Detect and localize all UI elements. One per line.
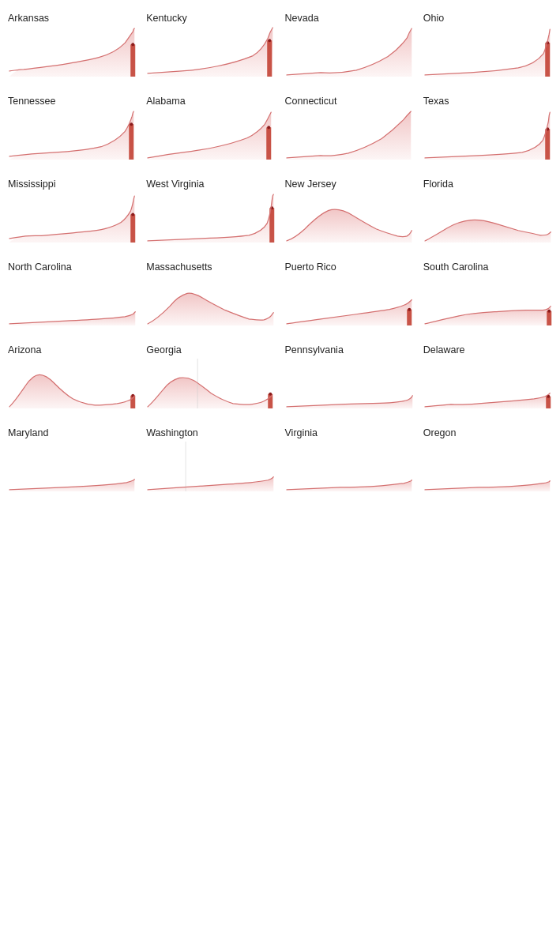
state-label: Washington <box>146 427 275 438</box>
state-cell: Puerto Rico <box>280 255 419 338</box>
state-cell: Washington <box>141 421 280 504</box>
svg-rect-10 <box>545 129 550 160</box>
svg-point-19 <box>547 310 551 313</box>
chart-area <box>423 110 552 161</box>
sparkline-svg <box>146 442 275 493</box>
state-label: Ohio <box>423 13 552 24</box>
state-cell: Ohio <box>419 6 557 89</box>
svg-rect-0 <box>130 44 135 77</box>
state-label: Delaware <box>423 344 552 356</box>
sparkline-svg <box>8 193 137 244</box>
state-cell: Massachusetts <box>141 255 280 338</box>
sparkline-svg <box>146 110 275 161</box>
state-label: South Carolina <box>423 261 552 273</box>
svg-point-13 <box>131 213 134 216</box>
chart-area <box>8 359 137 410</box>
state-cell: Arizona <box>3 338 141 421</box>
sparkline-svg <box>423 27 552 78</box>
state-label: Oregon <box>423 427 552 438</box>
sparkline-svg <box>423 193 552 244</box>
sparkline-svg <box>285 193 414 244</box>
sparkline-svg <box>285 442 414 493</box>
state-label: Texas <box>423 96 552 107</box>
state-cell: Delaware <box>419 338 557 421</box>
chart-area <box>423 193 552 244</box>
state-label: Arizona <box>8 344 137 356</box>
chart-area <box>423 442 552 493</box>
sparkline-svg <box>423 359 552 410</box>
sparkline-svg <box>285 276 414 327</box>
sparkline-svg <box>285 110 414 161</box>
chart-area <box>146 276 275 327</box>
state-cell: Mississippi <box>3 172 141 255</box>
state-label: Florida <box>423 179 552 190</box>
state-label: Massachusetts <box>146 261 275 273</box>
sparkline-svg <box>146 359 275 410</box>
sparkline-svg <box>8 276 137 327</box>
svg-rect-6 <box>129 124 133 160</box>
svg-rect-2 <box>267 40 272 77</box>
state-cell: Nevada <box>280 6 419 89</box>
state-label: Georgia <box>146 344 275 356</box>
state-cell: South Carolina <box>419 255 557 338</box>
svg-rect-16 <box>407 310 412 325</box>
sparkline-svg <box>423 276 552 327</box>
state-cell: West Virginia <box>141 172 280 255</box>
svg-point-3 <box>268 39 271 42</box>
chart-area <box>285 193 414 244</box>
state-cell: Oregon <box>419 421 557 504</box>
state-label: Pennsylvania <box>285 344 414 356</box>
state-label: Virginia <box>285 427 414 438</box>
chart-area <box>285 276 414 327</box>
sparkline-svg <box>146 27 275 78</box>
state-grid: Arkansas Kentucky Nevada <box>0 0 560 510</box>
svg-point-9 <box>267 126 270 129</box>
chart-area <box>423 359 552 410</box>
chart-area <box>423 27 552 78</box>
chart-area <box>285 110 414 161</box>
sparkline-svg <box>146 276 275 327</box>
state-cell: Virginia <box>280 421 419 504</box>
chart-area <box>423 276 552 327</box>
state-cell: Pennsylvania <box>280 338 419 421</box>
state-label: Connecticut <box>285 96 414 107</box>
sparkline-svg <box>423 110 552 161</box>
state-label: Maryland <box>8 427 137 438</box>
svg-point-7 <box>130 122 133 126</box>
state-cell: Maryland <box>3 421 141 504</box>
svg-rect-18 <box>547 311 551 325</box>
state-label: Arkansas <box>8 13 137 24</box>
sparkline-svg <box>285 27 414 78</box>
svg-point-17 <box>408 308 411 311</box>
chart-area <box>146 442 275 493</box>
chart-area <box>8 442 137 493</box>
state-cell: Tennessee <box>3 89 141 172</box>
chart-area <box>146 193 275 244</box>
svg-rect-8 <box>266 127 271 160</box>
chart-area <box>285 27 414 78</box>
chart-area <box>146 27 275 78</box>
sparkline-svg <box>8 359 137 410</box>
state-label: Nevada <box>285 13 414 24</box>
state-cell: Connecticut <box>280 89 419 172</box>
chart-area <box>146 359 275 410</box>
state-label: West Virginia <box>146 179 275 190</box>
chart-area <box>146 110 275 161</box>
sparkline-svg <box>146 193 275 244</box>
chart-area <box>285 359 414 410</box>
state-label: Mississippi <box>8 179 137 190</box>
state-cell: Alabama <box>141 89 280 172</box>
state-label: North Carolina <box>8 261 137 273</box>
chart-area <box>8 110 137 161</box>
sparkline-svg <box>8 442 137 493</box>
svg-point-1 <box>131 43 134 46</box>
state-cell: Kentucky <box>141 6 280 89</box>
state-label: Alabama <box>146 96 275 107</box>
chart-area <box>8 276 137 327</box>
chart-area <box>8 193 137 244</box>
sparkline-svg <box>423 442 552 493</box>
chart-area <box>285 442 414 493</box>
state-cell: Texas <box>419 89 557 172</box>
sparkline-svg <box>285 359 414 410</box>
svg-rect-25 <box>546 397 551 408</box>
